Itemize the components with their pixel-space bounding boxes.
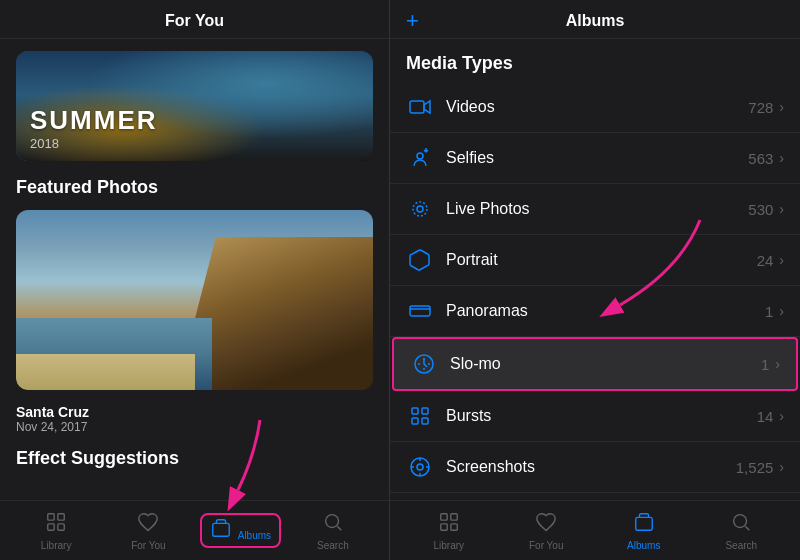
left-bottom-nav: Library For You Albums — [0, 500, 389, 560]
selfies-chevron: › — [779, 150, 784, 166]
bursts-chevron: › — [779, 408, 784, 424]
panoramas-label: Panoramas — [446, 302, 765, 320]
slomo-icon — [410, 350, 438, 378]
nav-for-you[interactable]: For You — [102, 511, 194, 551]
live-photos-icon — [406, 195, 434, 223]
media-item-panoramas[interactable]: Panoramas 1 › — [390, 286, 800, 337]
svg-rect-2 — [48, 523, 54, 529]
svg-rect-1 — [58, 513, 64, 519]
portrait-count: 24 — [757, 252, 774, 269]
svg-rect-0 — [48, 513, 54, 519]
albums-icon — [210, 521, 238, 543]
right-nav-albums[interactable]: Albums — [595, 511, 693, 551]
media-item-portrait[interactable]: Portrait 24 › — [390, 235, 800, 286]
left-panel: For You SUMMER 2018 Featured Photos Sant… — [0, 0, 390, 560]
media-item-videos[interactable]: Videos 728 › — [390, 82, 800, 133]
right-nav-for-you[interactable]: For You — [498, 511, 596, 551]
panoramas-chevron: › — [779, 303, 784, 319]
svg-rect-4 — [213, 523, 230, 536]
right-albums-icon — [633, 511, 655, 538]
slomo-chevron: › — [775, 356, 780, 372]
right-nav-search[interactable]: Search — [693, 511, 791, 551]
nav-search[interactable]: Search — [287, 511, 379, 551]
nav-albums-label: Albums — [238, 530, 271, 541]
nav-library[interactable]: Library — [10, 511, 102, 551]
svg-rect-12 — [412, 408, 418, 414]
left-content: SUMMER 2018 Featured Photos Santa Cruz N… — [0, 39, 389, 500]
right-nav-library[interactable]: Library — [400, 511, 498, 551]
live-photos-label: Live Photos — [446, 200, 748, 218]
videos-label: Videos — [446, 98, 748, 116]
media-item-screenshots[interactable]: Screenshots 1,525 › — [390, 442, 800, 493]
portrait-label: Portrait — [446, 251, 757, 269]
svg-point-7 — [417, 153, 423, 159]
svg-rect-6 — [410, 101, 424, 113]
right-nav-for-you-label: For You — [529, 540, 563, 551]
photo-date: Nov 24, 2017 — [16, 420, 373, 434]
nav-albums[interactable]: Albums — [195, 513, 287, 548]
screenshots-label: Screenshots — [446, 458, 736, 476]
media-item-screen-recordings[interactable]: Screen Recordings 44 › — [390, 493, 800, 500]
left-header: For You — [0, 0, 389, 39]
albums-highlight-box: Albums — [200, 513, 281, 548]
right-panel-title: Albums — [566, 12, 625, 30]
nav-for-you-label: For You — [131, 540, 165, 551]
videos-count: 728 — [748, 99, 773, 116]
svg-rect-10 — [410, 306, 430, 316]
for-you-icon — [137, 511, 159, 538]
svg-point-5 — [326, 514, 339, 527]
right-for-you-icon — [535, 511, 557, 538]
media-item-selfies[interactable]: Selfies 563 › — [390, 133, 800, 184]
live-photos-count: 530 — [748, 201, 773, 218]
right-nav-search-label: Search — [725, 540, 757, 551]
screenshots-chevron: › — [779, 459, 784, 475]
nav-search-label: Search — [317, 540, 349, 551]
svg-rect-13 — [422, 408, 428, 414]
summer-year: 2018 — [30, 136, 359, 151]
svg-rect-3 — [58, 523, 64, 529]
featured-photos-title: Featured Photos — [16, 177, 373, 198]
media-types-title: Media Types — [390, 39, 800, 82]
svg-rect-29 — [636, 517, 653, 530]
photo-card[interactable] — [16, 210, 373, 390]
add-album-button[interactable]: + — [406, 8, 419, 34]
bursts-label: Bursts — [446, 407, 757, 425]
summer-banner: SUMMER 2018 — [16, 51, 373, 161]
right-nav-albums-label: Albums — [627, 540, 660, 551]
right-nav-library-label: Library — [433, 540, 464, 551]
svg-rect-14 — [412, 418, 418, 424]
media-item-bursts[interactable]: Bursts 14 › — [390, 391, 800, 442]
live-photos-chevron: › — [779, 201, 784, 217]
media-item-live-photos[interactable]: Live Photos 530 › — [390, 184, 800, 235]
effect-suggestions-title: Effect Suggestions — [16, 448, 373, 469]
right-search-icon — [730, 511, 752, 538]
library-icon — [45, 511, 67, 538]
portrait-chevron: › — [779, 252, 784, 268]
right-content: Media Types Videos 728 › Selfi — [390, 39, 800, 500]
svg-point-30 — [734, 514, 747, 527]
screenshots-count: 1,525 — [736, 459, 774, 476]
svg-rect-25 — [441, 513, 447, 519]
svg-rect-28 — [451, 523, 457, 529]
media-item-slomo[interactable]: Slo-mo 1 › — [392, 337, 798, 391]
panoramas-icon — [406, 297, 434, 325]
search-icon — [322, 511, 344, 538]
summer-title: SUMMER — [30, 105, 359, 136]
panoramas-count: 1 — [765, 303, 773, 320]
selfie-icon — [406, 144, 434, 172]
bursts-count: 14 — [757, 408, 774, 425]
slomo-label: Slo-mo — [450, 355, 761, 373]
left-panel-title: For You — [165, 12, 224, 29]
right-bottom-nav: Library For You Albums — [390, 500, 800, 560]
portrait-icon — [406, 246, 434, 274]
svg-point-9 — [413, 202, 427, 216]
svg-point-17 — [417, 464, 423, 470]
right-panel: + Albums Media Types Videos 728 › — [390, 0, 800, 560]
photo-info: Santa Cruz Nov 24, 2017 — [16, 400, 373, 438]
svg-point-8 — [417, 206, 423, 212]
selfies-label: Selfies — [446, 149, 748, 167]
svg-rect-27 — [441, 523, 447, 529]
right-header: + Albums — [390, 0, 800, 39]
photo-location: Santa Cruz — [16, 404, 373, 420]
bursts-icon — [406, 402, 434, 430]
